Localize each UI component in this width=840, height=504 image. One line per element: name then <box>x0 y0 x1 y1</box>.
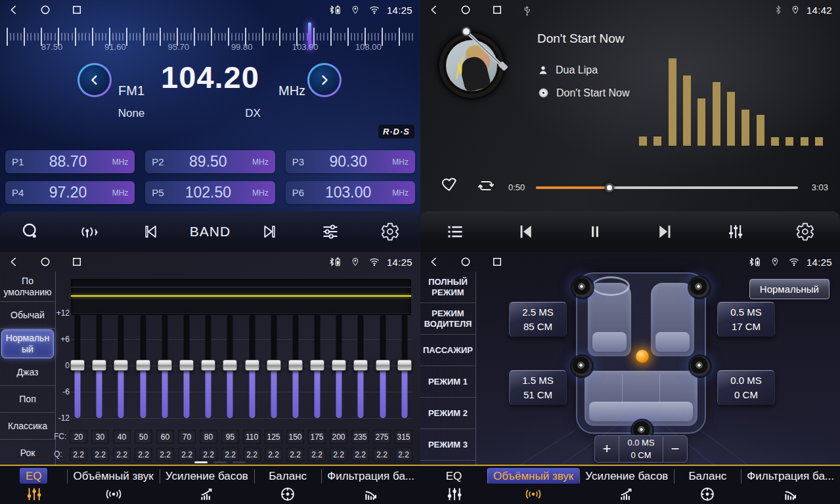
nav-recents-icon[interactable] <box>71 256 83 268</box>
pause-button[interactable] <box>560 222 630 241</box>
tab-bass-boost[interactable]: Усиление басов <box>579 466 674 504</box>
band-button[interactable]: BAND <box>180 224 240 240</box>
nav-recents-icon[interactable] <box>491 256 503 268</box>
delay-chip-rear-right[interactable]: 0.0 MS 0 CM <box>717 370 775 405</box>
eq-band-slider[interactable] <box>397 313 412 419</box>
mode-2[interactable]: РЕЖИМ 2 <box>420 398 475 429</box>
eq-band-slider[interactable] <box>157 313 173 419</box>
speaker-front-left-icon[interactable] <box>573 278 592 297</box>
slider-thumb[interactable] <box>397 360 412 371</box>
tab-balance[interactable]: Баланс <box>674 466 741 504</box>
slider-thumb[interactable] <box>245 360 259 371</box>
eq-preset-default[interactable]: По умолчанию <box>0 272 55 302</box>
slider-thumb[interactable] <box>353 360 368 371</box>
tab-eq[interactable]: EQ <box>0 466 67 504</box>
slider-thumb[interactable] <box>179 360 194 371</box>
slider-thumb[interactable] <box>223 360 237 371</box>
preset-button[interactable]: P4 97.20 MHz <box>5 181 135 204</box>
eq-preset-jazz[interactable]: Джаз <box>0 359 55 386</box>
slider-thumb[interactable] <box>332 360 346 371</box>
preset-button[interactable]: P1 88.70 MHz <box>5 150 135 173</box>
mode-1[interactable]: РЕЖИМ 1 <box>420 366 475 398</box>
nav-back-icon[interactable] <box>8 4 20 16</box>
eq-preset-pop[interactable]: Поп <box>0 386 55 413</box>
eq-band-slider[interactable] <box>70 313 85 419</box>
slider-thumb[interactable] <box>70 360 85 371</box>
increase-delay-button[interactable]: + <box>595 440 619 457</box>
eq-band-slider[interactable] <box>288 313 303 419</box>
tab-filter[interactable]: Фильтрация ба... <box>741 466 840 504</box>
speaker-front-right-icon[interactable] <box>690 278 709 297</box>
previous-button[interactable] <box>120 222 180 241</box>
delay-chip-front-left[interactable]: 2.5 MS 85 CM <box>509 302 567 337</box>
eq-band-slider[interactable] <box>331 313 347 419</box>
listener-position-dot[interactable] <box>636 350 649 363</box>
eq-band-slider[interactable] <box>179 313 194 419</box>
slider-thumb[interactable] <box>114 360 128 371</box>
mode-passenger[interactable]: ПАССАЖИР <box>420 335 475 366</box>
nav-back-icon[interactable] <box>428 4 440 16</box>
decrease-delay-button[interactable]: − <box>663 440 687 457</box>
nav-back-icon[interactable] <box>8 256 20 268</box>
next-button[interactable] <box>630 222 701 242</box>
speaker-rear-right-icon[interactable] <box>690 356 710 376</box>
nav-recents-icon[interactable] <box>491 4 503 16</box>
speaker-rear-left-icon[interactable] <box>572 356 592 376</box>
eq-preset-custom[interactable]: Обычай <box>0 302 55 329</box>
settings-button[interactable] <box>770 222 840 242</box>
nav-home-icon[interactable] <box>39 4 51 16</box>
slider-thumb[interactable] <box>267 360 281 371</box>
tab-surround[interactable]: Объёмный звук <box>487 466 579 504</box>
delay-chip-front-right[interactable]: 0.5 MS 17 CM <box>717 302 775 337</box>
tab-filter[interactable]: Фильтрация ба... <box>321 466 420 504</box>
nav-home-icon[interactable] <box>39 256 51 268</box>
preset-button[interactable]: P3 90.30 MHz <box>286 150 415 173</box>
eq-band-slider[interactable] <box>200 313 216 419</box>
slider-thumb[interactable] <box>158 360 172 371</box>
nav-back-icon[interactable] <box>428 256 440 268</box>
next-button[interactable] <box>240 222 300 241</box>
slider-thumb[interactable] <box>201 360 215 371</box>
eq-band-slider[interactable] <box>222 313 238 419</box>
tab-surround[interactable]: Объёмный звук <box>67 466 159 504</box>
previous-button[interactable] <box>491 222 561 242</box>
broadcast-button[interactable] <box>60 222 120 241</box>
eq-preset-classic[interactable]: Классика <box>0 413 55 440</box>
slider-thumb[interactable] <box>288 360 303 371</box>
eq-band-slider[interactable] <box>244 313 260 419</box>
tuner-settings-button[interactable] <box>300 222 360 241</box>
settings-button[interactable] <box>361 222 420 242</box>
slider-thumb[interactable] <box>310 360 324 371</box>
tab-eq[interactable]: EQ <box>420 466 487 504</box>
mode-3[interactable]: РЕЖИМ 3 <box>420 429 475 461</box>
seek-down-button[interactable] <box>77 63 112 97</box>
nav-home-icon[interactable] <box>460 4 472 16</box>
eq-preset-rock[interactable]: Рок <box>0 440 55 467</box>
tab-balance[interactable]: Баланс <box>254 466 321 504</box>
delay-chip-rear-left[interactable]: 1.5 MS 51 CM <box>509 370 567 405</box>
profile-button[interactable]: Нормальный <box>749 279 829 299</box>
slider-thumb[interactable] <box>376 360 390 371</box>
eq-preset-normal[interactable]: Нормальный <box>1 329 54 358</box>
eq-band-slider[interactable] <box>375 313 391 419</box>
tab-bass-boost[interactable]: Усиление басов <box>160 466 254 504</box>
playlist-button[interactable] <box>420 222 491 241</box>
eq-band-slider[interactable] <box>309 313 325 419</box>
slider-thumb[interactable] <box>92 360 106 371</box>
mode-full[interactable]: ПОЛНЫЙ РЕЖИМ <box>420 272 475 303</box>
progress-knob[interactable] <box>605 183 614 192</box>
slider-thumb[interactable] <box>136 360 150 371</box>
scan-button[interactable] <box>0 222 60 242</box>
progress-bar[interactable] <box>536 186 798 189</box>
mode-driver[interactable]: РЕЖИМ ВОДИТЕЛЯ <box>420 303 475 335</box>
nav-home-icon[interactable] <box>460 256 472 268</box>
preset-button[interactable]: P6 103.00 MHz <box>286 181 415 204</box>
preset-button[interactable]: P2 89.50 MHz <box>145 150 275 173</box>
preset-button[interactable]: P5 102.50 MHz <box>145 181 275 204</box>
repeat-button[interactable] <box>475 178 497 194</box>
favorite-button[interactable] <box>440 176 458 193</box>
eq-band-slider[interactable] <box>113 313 129 419</box>
eq-band-slider[interactable] <box>353 313 368 419</box>
nav-recents-icon[interactable] <box>71 4 83 16</box>
equalizer-button[interactable] <box>700 222 770 241</box>
